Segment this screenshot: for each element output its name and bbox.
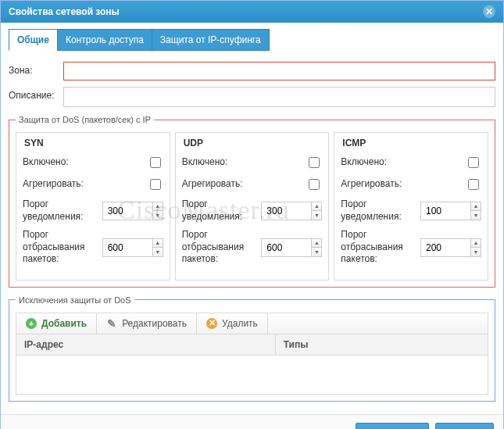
dialog-title: Свойства сетевой зоны (9, 6, 120, 17)
tab-strip: Общие Контроль доступа Защита от IP-спуф… (9, 29, 495, 51)
delete-button[interactable]: ✕ Удалить (197, 313, 268, 334)
dos-legend: Защита от DoS (пакетов/сек) с IP (16, 115, 154, 124)
udp-alert-label: Порог уведомления: (182, 198, 262, 223)
syn-drop-label: Порог отбрасывания пакетов: (23, 229, 102, 266)
spin-down-icon[interactable]: ▼ (312, 248, 321, 256)
spin-up-icon[interactable]: ▲ (153, 239, 163, 248)
delete-label: Удалить (222, 318, 258, 329)
add-button[interactable]: + Добавить (16, 313, 97, 334)
spin-down-icon[interactable]: ▼ (153, 211, 163, 220)
delete-icon: ✕ (206, 318, 217, 329)
spin-up-icon[interactable]: ▲ (312, 239, 321, 248)
syn-aggregate-label: Агрегировать: (23, 178, 147, 191)
cancel-button[interactable]: Отмена (435, 423, 494, 429)
syn-alert-spinner[interactable]: ▲▼ (102, 202, 163, 220)
udp-alert-spinner[interactable]: ▲▼ (261, 202, 322, 220)
save-button[interactable]: Сохранить (356, 423, 429, 429)
udp-drop-label: Порог отбрасывания пакетов: (182, 229, 262, 266)
udp-aggregate-checkbox[interactable] (309, 179, 320, 190)
add-label: Добавить (41, 318, 87, 329)
edit-button[interactable]: ✎ Редактировать (97, 313, 197, 334)
dos-udp-panel: UDP Включено: Агрегировать: Порог уведом… (175, 132, 330, 281)
exclusions-grid-header: IP-адрес Типы (16, 334, 488, 356)
spin-up-icon[interactable]: ▲ (153, 202, 163, 212)
spin-down-icon[interactable]: ▼ (153, 248, 163, 256)
edit-label: Редактировать (122, 318, 187, 329)
plus-icon: + (26, 318, 37, 329)
spin-down-icon[interactable]: ▼ (471, 248, 481, 256)
exclusions-grid-body[interactable] (16, 356, 488, 395)
syn-enabled-label: Включено: (23, 156, 147, 169)
exclusions-toolbar: + Добавить ✎ Редактировать ✕ Удалить (16, 313, 488, 334)
icmp-enabled-label: Включено: (341, 156, 465, 169)
col-ip[interactable]: IP-адрес (16, 334, 276, 355)
dialog-window: Свойства сетевой зоны ✕ Общие Контроль д… (0, 0, 504, 429)
dos-icmp-panel: ICMP Включено: Агрегировать: Порог уведо… (334, 132, 488, 281)
udp-aggregate-label: Агрегировать: (182, 178, 306, 191)
dos-syn-panel: SYN Включено: Агрегировать: Порог уведом… (16, 132, 170, 281)
syn-enabled-checkbox[interactable] (150, 157, 161, 168)
spin-down-icon[interactable]: ▼ (312, 211, 321, 220)
udp-title: UDP (184, 138, 323, 148)
icmp-alert-label: Порог уведомления: (341, 198, 420, 223)
syn-drop-input[interactable] (103, 239, 152, 256)
titlebar: Свойства сетевой зоны ✕ (1, 1, 503, 23)
description-label: Описание: (9, 87, 63, 101)
dialog-footer: Сохранить Отмена (1, 414, 503, 429)
icmp-aggregate-checkbox[interactable] (468, 179, 479, 190)
syn-title: SYN (24, 138, 163, 148)
spin-up-icon[interactable]: ▲ (312, 202, 321, 212)
zone-label: Зона: (9, 62, 63, 76)
udp-enabled-checkbox[interactable] (309, 157, 320, 168)
icmp-alert-spinner[interactable]: ▲▼ (420, 202, 481, 220)
icmp-alert-input[interactable] (421, 202, 470, 220)
syn-drop-spinner[interactable]: ▲▼ (102, 238, 163, 257)
icmp-drop-label: Порог отбрасывания пакетов: (341, 229, 420, 266)
syn-aggregate-checkbox[interactable] (150, 179, 161, 190)
tab-ip-spoofing[interactable]: Защита от IP-спуфинга (152, 29, 270, 51)
udp-enabled-label: Включено: (182, 156, 306, 169)
zone-input[interactable] (63, 62, 495, 80)
dos-exclusions-fieldset: Исключения защиты от DoS + Добавить ✎ Ре… (9, 295, 495, 402)
tab-general[interactable]: Общие (9, 29, 58, 51)
icmp-title: ICMP (342, 138, 481, 148)
udp-drop-spinner[interactable]: ▲▼ (261, 238, 322, 257)
description-input[interactable] (63, 87, 495, 107)
icmp-aggregate-label: Агрегировать: (341, 178, 465, 191)
udp-drop-input[interactable] (262, 239, 311, 256)
syn-alert-label: Порог уведомления: (23, 198, 102, 223)
spin-down-icon[interactable]: ▼ (471, 211, 481, 220)
col-types[interactable]: Типы (276, 334, 488, 355)
tab-access-control[interactable]: Контроль доступа (57, 29, 152, 51)
icmp-drop-spinner[interactable]: ▲▼ (420, 238, 481, 257)
dos-protection-fieldset: Защита от DoS (пакетов/сек) с IP SYN Вкл… (9, 115, 495, 288)
close-icon[interactable]: ✕ (483, 5, 495, 18)
icmp-enabled-checkbox[interactable] (468, 157, 479, 168)
syn-alert-input[interactable] (103, 202, 152, 220)
pencil-icon: ✎ (106, 318, 117, 329)
spin-up-icon[interactable]: ▲ (471, 202, 481, 212)
udp-alert-input[interactable] (262, 202, 311, 220)
spin-up-icon[interactable]: ▲ (471, 239, 481, 248)
icmp-drop-input[interactable] (421, 239, 470, 256)
exclusions-legend: Исключения защиты от DoS (16, 295, 134, 305)
